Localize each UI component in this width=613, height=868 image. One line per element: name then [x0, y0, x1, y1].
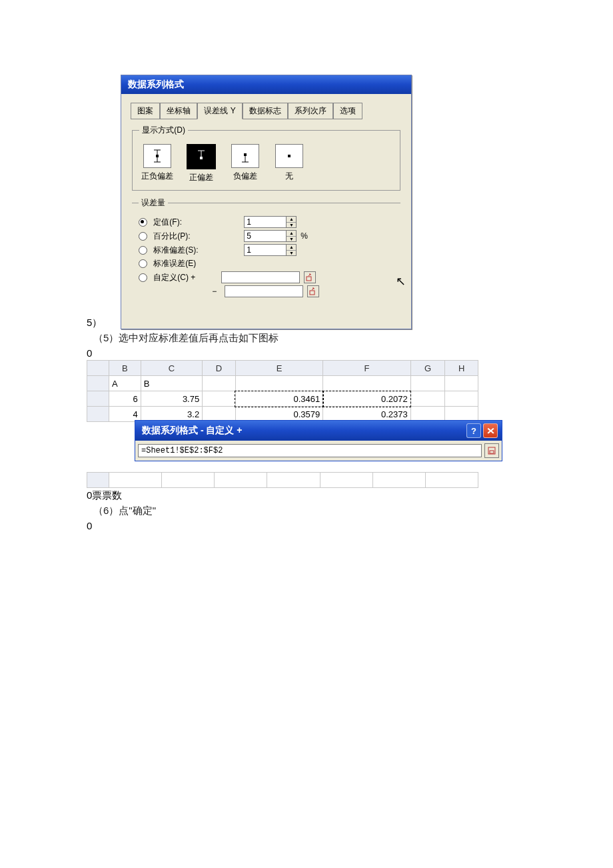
cell[interactable] [162, 473, 215, 488]
cell[interactable] [323, 376, 411, 391]
cursor-icon: ↖ [396, 274, 406, 289]
cell[interactable] [445, 376, 478, 391]
spin-down-icon[interactable]: ▼ [287, 223, 296, 228]
doc-zero-2: 0票票数 [87, 489, 526, 502]
tab-options[interactable]: 选项 [333, 103, 362, 119]
error-custom-minus-row: − [139, 285, 394, 297]
spin-down-icon[interactable]: ▼ [287, 251, 296, 256]
spin-up-icon[interactable]: ▲ [287, 231, 296, 237]
tab-data-labels[interactable]: 数据标志 [243, 103, 288, 119]
spin-up-icon[interactable]: ▲ [287, 245, 296, 251]
table-row: A B [87, 376, 478, 391]
svg-rect-11 [306, 277, 311, 281]
table-row [87, 473, 478, 488]
expand-icon [488, 447, 496, 455]
expand-dialog-button[interactable] [484, 443, 499, 458]
style-option-both[interactable]: 正负偏差 [139, 144, 175, 183]
cell[interactable]: 3.75 [141, 391, 203, 407]
tabs-bar: 图案 坐标轴 误差线 Y 数据标志 系列次序 选项 [131, 102, 402, 119]
instruction-step-6: （6）点"确定" [93, 505, 526, 517]
cell[interactable] [410, 391, 445, 407]
corner-header[interactable] [87, 361, 109, 376]
doc-zero-1: 0 [87, 347, 526, 359]
cell[interactable] [372, 473, 425, 488]
error-percent-row: 百分比(P): ▲▼ % [139, 230, 394, 242]
pre-dialog-marker: 5） [87, 317, 102, 329]
cell[interactable] [235, 376, 323, 391]
col-header-e[interactable]: E [235, 361, 323, 376]
col-header-b[interactable]: B [109, 361, 141, 376]
collapse-plus-button[interactable] [304, 271, 316, 283]
cell-selected[interactable]: 0.2072 [323, 391, 411, 407]
svg-rect-3 [156, 155, 159, 157]
radio-percent[interactable] [139, 232, 147, 241]
stddev-value-spinner[interactable]: ▲▼ [244, 244, 297, 256]
col-header-g[interactable]: G [410, 361, 445, 376]
doc-zero-3: 0 [87, 520, 526, 531]
error-fixed-row: 定值(F): ▲▼ [139, 216, 394, 228]
cell[interactable] [320, 473, 372, 488]
svg-rect-12 [310, 291, 314, 295]
svg-rect-9 [244, 153, 247, 156]
cell[interactable] [203, 376, 236, 391]
collapsed-range-dialog: 数据系列格式 - 自定义 + ? ✕ [135, 420, 502, 461]
spin-up-icon[interactable]: ▲ [287, 217, 296, 223]
style-option-plus[interactable]: 正偏差 [183, 144, 219, 183]
col-header-d[interactable]: D [203, 361, 236, 376]
col-header-c[interactable]: C [141, 361, 203, 376]
spin-down-icon[interactable]: ▼ [287, 237, 296, 242]
dialog-title: 数据系列格式 [121, 75, 411, 94]
instruction-step-5: （5）选中对应标准差值后再点击如下图标 [93, 332, 526, 345]
cell[interactable] [445, 391, 478, 407]
dialog2-title: 数据系列格式 - 自定义 + [142, 425, 243, 437]
collapse-minus-button[interactable] [307, 285, 319, 297]
radio-custom[interactable] [139, 273, 147, 282]
format-data-series-dialog: 数据系列格式 图案 坐标轴 误差线 Y 数据标志 系列次序 选项 显示方式(D) [121, 75, 412, 329]
tab-series-order[interactable]: 系列次序 [288, 103, 333, 119]
error-stderr-row: 标准误差(E) [139, 258, 394, 269]
cell[interactable] [109, 473, 162, 488]
table-row: 6 3.75 0.3461 0.2072 [87, 391, 478, 407]
radio-stddev[interactable] [139, 246, 147, 255]
fixed-value-spinner[interactable]: ▲▼ [244, 216, 297, 228]
cell[interactable] [425, 473, 478, 488]
range-formula-input[interactable] [138, 444, 482, 457]
display-mode-group: 显示方式(D) 正负偏差 [132, 125, 400, 191]
svg-rect-10 [288, 155, 291, 157]
cell[interactable] [410, 376, 445, 391]
custom-minus-input[interactable] [225, 285, 303, 297]
close-button[interactable]: ✕ [483, 423, 498, 438]
custom-plus-input[interactable] [221, 271, 300, 283]
display-mode-legend: 显示方式(D) [139, 125, 188, 136]
radio-stderr[interactable] [139, 259, 147, 268]
percent-value-spinner[interactable]: ▲▼ [244, 230, 297, 242]
error-custom-row: 自定义(C) + ↖ [139, 271, 394, 283]
tab-axis[interactable]: 坐标轴 [160, 103, 197, 119]
radio-fixed[interactable] [139, 218, 147, 227]
error-amount-group: 误差量 定值(F): ▲▼ 百分比(P): [132, 197, 400, 306]
style-option-minus[interactable]: 负偏差 [227, 144, 263, 183]
cell[interactable] [215, 473, 267, 488]
svg-rect-14 [490, 451, 494, 453]
spreadsheet: B C D E F G H A B 6 3.75 [87, 360, 478, 488]
cell[interactable]: B [141, 376, 203, 391]
collapse-icon [306, 273, 314, 281]
tab-pattern[interactable]: 图案 [131, 103, 160, 119]
svg-rect-6 [200, 157, 203, 159]
cell[interactable]: A [109, 376, 141, 391]
style-option-none[interactable]: 无 [271, 144, 307, 183]
collapse-icon [309, 287, 317, 295]
cell[interactable] [267, 473, 320, 488]
help-button[interactable]: ? [466, 423, 481, 438]
error-amount-legend: 误差量 [139, 197, 168, 209]
column-header-row: B C D E F G H [87, 361, 478, 376]
tab-panel-error-y: 显示方式(D) 正负偏差 [131, 118, 402, 319]
cell[interactable]: 6 [109, 391, 141, 407]
col-header-h[interactable]: H [445, 361, 478, 376]
cell-selected[interactable]: 0.3461 [235, 391, 323, 407]
col-header-f[interactable]: F [323, 361, 411, 376]
close-icon: ✕ [486, 426, 494, 436]
cell[interactable] [203, 391, 236, 407]
error-stddev-row: 标准偏差(S): ▲▼ [139, 244, 394, 256]
tab-error-y[interactable]: 误差线 Y [197, 103, 242, 119]
